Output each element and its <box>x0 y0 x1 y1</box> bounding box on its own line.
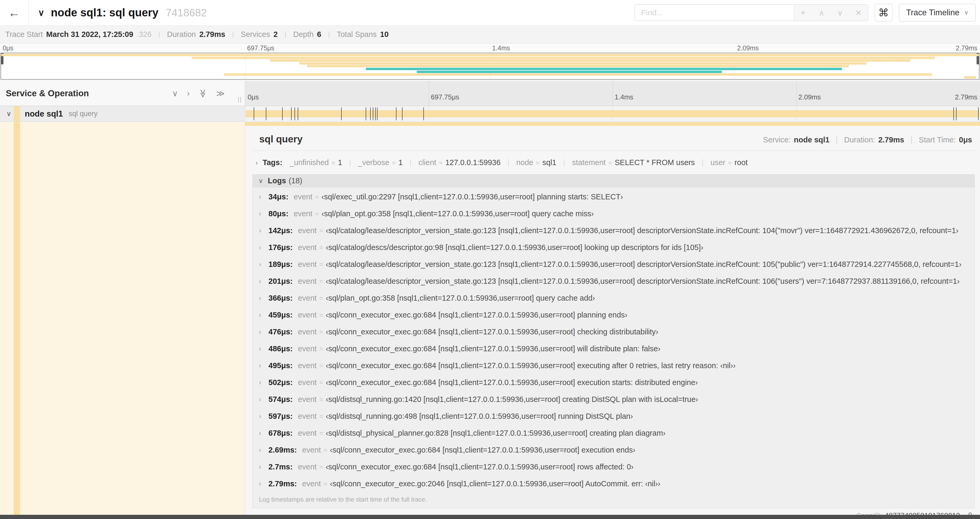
log-field-key: event <box>298 311 317 319</box>
log-field-value: ‹sql/plan_opt.go:358 [nsql1,client=127.0… <box>326 294 595 302</box>
overview-time-label: 1.4ms <box>492 44 510 52</box>
log-timestamp: 2.7ms: <box>269 463 293 471</box>
logs-count: (18) <box>289 176 302 185</box>
log-entry[interactable]: ›486μs:event=‹sql/conn_executor_exec.go:… <box>253 340 974 357</box>
tag-value: SELECT * FROM users <box>615 158 695 167</box>
tag-value: sql1 <box>542 158 557 167</box>
log-tick-marker <box>402 107 402 120</box>
log-field-value: ‹sql/distsql_physical_planner.go:828 [ns… <box>326 429 665 438</box>
overview-canvas[interactable] <box>0 53 980 80</box>
log-entry[interactable]: ›34μs:event=‹sql/exec_util.go:2297 [nsql… <box>253 188 974 205</box>
log-entry[interactable]: ›574μs:event=‹sql/distsql_running.go:142… <box>253 391 974 408</box>
log-tick-marker <box>282 107 283 120</box>
log-entry[interactable]: ›80μs:event=‹sql/plan_opt.go:358 [nsql1,… <box>253 205 974 222</box>
meta-separator: | <box>285 30 286 38</box>
span-bar-cell[interactable] <box>245 106 980 121</box>
log-field-key: event <box>302 479 321 488</box>
overview-span-bar <box>270 59 910 62</box>
logs-header[interactable]: ∨ Logs (18) <box>253 174 974 187</box>
chevron-right-icon: › <box>259 193 269 201</box>
overview-span-bar <box>1 54 979 56</box>
span-detail-row: sql query Service: node sql1 | Duration:… <box>0 122 980 515</box>
log-timestamp: 597μs: <box>269 412 293 421</box>
chevron-right-icon: › <box>259 430 269 437</box>
log-entry[interactable]: ›176μs:event=‹sql/catalog/descs/descript… <box>253 239 974 256</box>
back-button[interactable]: ← <box>0 0 29 25</box>
log-entry[interactable]: ›459μs:event=‹sql/conn_executor_exec.go:… <box>253 307 974 323</box>
ruler-time-label: 697.75μs <box>431 93 460 101</box>
log-entry[interactable]: ›476μs:event=‹sql/conn_executor_exec.go:… <box>253 323 974 340</box>
column-resize-grip[interactable] <box>238 97 241 102</box>
bottom-edge-strip <box>0 515 980 519</box>
log-field-key: event <box>298 395 317 404</box>
overview-span-bar <box>366 68 842 70</box>
find-input[interactable] <box>635 5 794 21</box>
service-operation-title: Service & Operation <box>6 88 89 98</box>
detail-row-left-cell <box>0 122 245 515</box>
trace-title-group: ∨ node sql1: sql query 7418682 <box>38 6 207 19</box>
locate-icon[interactable]: ⌖ <box>794 8 813 18</box>
span-duration-bar[interactable] <box>245 110 979 117</box>
view-select-button[interactable]: Trace Timeline ∨ <box>899 4 976 22</box>
overview-span-bar <box>307 65 849 67</box>
equals-sign: = <box>315 193 319 201</box>
log-entry[interactable]: ›142μs:event=‹sql/catalog/lease/descript… <box>253 222 974 239</box>
meta-item: Depth6 <box>293 30 321 39</box>
log-entry[interactable]: ›366μs:event=‹sql/plan_opt.go:358 [nsql1… <box>253 289 974 307</box>
log-timestamp: 80μs: <box>269 209 288 218</box>
equals-sign: = <box>319 345 323 353</box>
span-id-value: 4877749850101760812 <box>885 512 960 515</box>
span-detail-panel: sql query Service: node sql1 | Duration:… <box>245 122 980 515</box>
log-tick-marker <box>294 107 295 120</box>
duration-stat-label: Duration: <box>844 136 875 144</box>
meta-separator: | <box>232 30 234 38</box>
log-entry[interactable]: ›2.79ms:event=‹sql/conn_executor_exec.go… <box>253 475 974 492</box>
log-entry[interactable]: ›502μs:event=‹sql/conn_executor_exec.go:… <box>253 374 974 391</box>
deep-link-icon[interactable] <box>964 511 973 515</box>
title-collapse-chevron-icon[interactable]: ∨ <box>38 7 45 18</box>
equals-sign: = <box>319 379 323 386</box>
meta-suffix: .326 <box>137 30 151 39</box>
command-icon: ⌘ <box>878 6 889 19</box>
log-entry[interactable]: ›201μs:event=‹sql/catalog/lease/descript… <box>253 273 974 289</box>
collapse-one-icon[interactable]: ∨ <box>172 89 178 98</box>
meta-item: Total Spans10 <box>337 30 388 39</box>
span-id-label: SpanID: <box>856 512 882 515</box>
ruler-gridline <box>796 81 797 106</box>
ruler-time-label: 2.79ms <box>955 93 977 101</box>
chevron-right-icon: › <box>259 362 269 369</box>
chevron-right-icon: › <box>256 159 258 167</box>
log-field-key: event <box>298 378 317 387</box>
tags-list: _unfinished=1|_verbose=1|client=127.0.0.… <box>290 158 748 167</box>
log-entry[interactable]: ›678μs:event=‹sql/distsql_physical_plann… <box>253 425 974 441</box>
log-entry[interactable]: ›189μs:event=‹sql/catalog/lease/descript… <box>253 256 974 273</box>
clear-search-button[interactable]: ✕ <box>850 8 868 18</box>
page-title: node sql1: sql query <box>51 6 158 19</box>
log-entry[interactable]: ›2.69ms:event=‹sql/conn_executor_exec.go… <box>253 441 974 458</box>
span-collapse-chevron-icon[interactable]: ∨ <box>6 110 11 118</box>
span-row[interactable]: ∨ node sql1 sql query <box>0 106 980 122</box>
log-entry[interactable]: ›495μs:event=‹sql/conn_executor_exec.go:… <box>253 357 974 374</box>
chevron-right-icon: › <box>259 227 269 235</box>
expand-one-icon[interactable]: › <box>187 89 190 98</box>
span-row-name-cell[interactable]: ∨ node sql1 sql query <box>0 106 245 121</box>
tag-item: _verbose=1 <box>358 158 403 167</box>
tag-separator: | <box>563 158 565 167</box>
log-entry[interactable]: ›597μs:event=‹sql/distsql_running.go:498… <box>253 408 974 425</box>
ruler-gridline <box>612 81 613 106</box>
chevron-right-icon: › <box>259 311 269 319</box>
collapse-all-icon[interactable]: ≫ <box>198 89 208 97</box>
prev-match-button[interactable]: ∧ <box>813 8 831 18</box>
log-tick-marker <box>423 107 424 120</box>
span-color-accent <box>14 106 20 121</box>
log-timestamp: 2.69ms: <box>269 446 297 454</box>
expand-all-icon[interactable]: ≫ <box>216 89 225 98</box>
keyboard-shortcuts-button[interactable]: ⌘ <box>875 4 892 22</box>
timeline-header-row: Service & Operation ∨ › ≫ ≫ 0μs697.75μs1… <box>0 81 980 106</box>
tags-row[interactable]: › Tags: _unfinished=1|_verbose=1|client=… <box>252 158 975 167</box>
meta-value: March 31 2022, 17:25:09 <box>46 30 133 39</box>
equals-sign: = <box>323 480 328 488</box>
next-match-button[interactable]: ∨ <box>831 8 850 18</box>
chevron-right-icon: › <box>259 480 269 488</box>
log-entry[interactable]: ›2.7ms:event=‹sql/conn_executor_exec.go:… <box>253 458 974 475</box>
